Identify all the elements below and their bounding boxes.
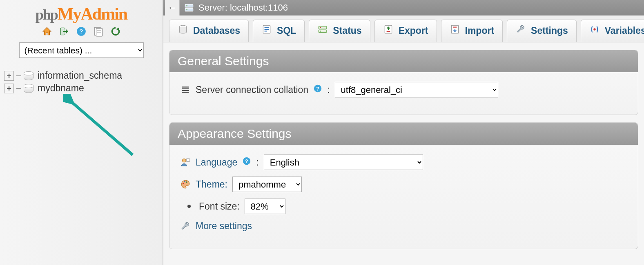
sql-query-icon[interactable] bbox=[93, 26, 104, 39]
svg-text:?: ? bbox=[316, 86, 319, 92]
svg-point-38 bbox=[186, 181, 187, 183]
theme-icon bbox=[180, 179, 191, 190]
svg-rect-11 bbox=[185, 8, 193, 11]
back-button[interactable]: ← bbox=[165, 0, 180, 15]
language-select[interactable]: English bbox=[264, 155, 423, 170]
tab-label: Variables bbox=[605, 25, 644, 36]
appearance-settings-panel: Appearance Settings Language ? : English bbox=[169, 122, 638, 249]
more-settings-link[interactable]: More settings bbox=[196, 221, 252, 232]
sidebar-toolbar: ? bbox=[0, 25, 163, 42]
export-icon bbox=[383, 24, 394, 37]
database-icon bbox=[24, 71, 33, 81]
database-icon bbox=[24, 84, 33, 93]
recent-tables-wrap: (Recent tables) ... bbox=[0, 42, 163, 58]
home-icon[interactable] bbox=[42, 26, 52, 39]
help-icon[interactable]: ? bbox=[242, 157, 251, 168]
font-size-select[interactable]: 82% bbox=[245, 199, 285, 214]
help-icon[interactable]: ? bbox=[313, 84, 322, 95]
recent-tables-select[interactable]: (Recent tables) ... bbox=[19, 42, 144, 58]
tab-settings[interactable]: Settings bbox=[507, 20, 577, 42]
more-settings-row: More settings bbox=[180, 221, 627, 232]
tree-branch-line bbox=[16, 88, 21, 89]
tab-label: Export bbox=[399, 25, 428, 36]
server-breadcrumb-label[interactable]: Server: localhost:1106 bbox=[198, 2, 288, 13]
help-icon[interactable]: ? bbox=[76, 26, 87, 39]
import-icon bbox=[450, 24, 460, 37]
font-size-label: Font size: bbox=[199, 201, 240, 212]
variables-icon bbox=[589, 24, 600, 37]
svg-point-36 bbox=[183, 183, 184, 184]
status-icon bbox=[317, 24, 328, 37]
svg-marker-8 bbox=[116, 27, 119, 31]
svg-point-12 bbox=[186, 5, 187, 7]
svg-rect-20 bbox=[319, 30, 327, 33]
svg-text:?: ? bbox=[79, 28, 83, 35]
general-settings-heading: General Settings bbox=[169, 50, 638, 72]
font-size-row: Font size: 82% bbox=[180, 199, 627, 214]
phpmyadmin-logo[interactable]: phpMyAdmin bbox=[0, 0, 163, 25]
database-label: mydbname bbox=[36, 83, 84, 94]
colon: : bbox=[327, 84, 330, 95]
refresh-icon[interactable] bbox=[110, 26, 121, 39]
server-icon bbox=[184, 2, 194, 13]
logo-part-my: My bbox=[58, 4, 81, 23]
svg-marker-0 bbox=[43, 27, 51, 35]
theme-select[interactable]: pmahomme bbox=[232, 177, 302, 192]
main-tabs: Databases SQL Status Export Import Setti… bbox=[163, 15, 644, 42]
tree-branch-line bbox=[16, 75, 21, 76]
tab-import[interactable]: Import bbox=[441, 20, 503, 42]
svg-point-32 bbox=[182, 159, 186, 162]
collation-row: Server connection collation ? : utf8_gen… bbox=[180, 82, 627, 97]
tab-label: Databases bbox=[193, 25, 240, 36]
database-label: information_schema bbox=[36, 70, 122, 81]
database-tree: + information_schema + mydbname bbox=[0, 66, 163, 95]
language-icon bbox=[180, 157, 191, 168]
wrench-icon bbox=[515, 24, 526, 37]
collation-select[interactable]: utf8_general_ci bbox=[335, 82, 498, 97]
annotation-arrow-icon bbox=[63, 94, 145, 163]
logo-part-php: php bbox=[36, 7, 58, 23]
general-settings-panel: General Settings Server connection colla… bbox=[169, 50, 638, 115]
wrench-icon bbox=[180, 221, 191, 232]
tab-label: Import bbox=[465, 25, 495, 36]
svg-point-37 bbox=[184, 181, 185, 182]
tree-row-mydbname[interactable]: + mydbname bbox=[4, 82, 160, 95]
tab-label: Settings bbox=[531, 25, 568, 36]
svg-rect-10 bbox=[185, 4, 193, 7]
main-panel: ← Server: localhost:1106 Databases SQL S… bbox=[163, 0, 644, 265]
svg-point-22 bbox=[320, 31, 321, 32]
svg-point-21 bbox=[320, 27, 321, 28]
tab-export[interactable]: Export bbox=[374, 20, 437, 42]
svg-text:?: ? bbox=[245, 159, 248, 164]
tab-databases[interactable]: Databases bbox=[169, 20, 249, 42]
tree-row-information-schema[interactable]: + information_schema bbox=[4, 69, 160, 82]
colon: : bbox=[256, 157, 258, 168]
tab-label: Status bbox=[333, 25, 361, 36]
svg-rect-19 bbox=[319, 26, 327, 29]
tab-sql[interactable]: SQL bbox=[253, 20, 305, 42]
svg-rect-33 bbox=[186, 159, 190, 161]
sidebar: phpMyAdmin ? (Recent tables) ... + infor… bbox=[0, 0, 163, 265]
theme-label[interactable]: Theme: bbox=[196, 179, 227, 190]
language-row: Language ? : English bbox=[180, 155, 627, 170]
logo-part-admin: Admin bbox=[81, 4, 127, 23]
tab-variables[interactable]: Variables bbox=[581, 20, 644, 42]
language-label[interactable]: Language bbox=[196, 157, 237, 168]
sql-icon bbox=[261, 24, 272, 37]
server-breadcrumb-bar: ← Server: localhost:1106 bbox=[163, 0, 644, 15]
bullet-icon bbox=[187, 205, 191, 208]
theme-row: Theme: pmahomme bbox=[180, 177, 627, 192]
svg-line-9 bbox=[71, 102, 133, 155]
collation-icon bbox=[180, 84, 191, 95]
tab-label: SQL bbox=[277, 25, 296, 36]
expand-icon[interactable]: + bbox=[4, 84, 14, 93]
svg-point-25 bbox=[593, 28, 595, 30]
tab-status[interactable]: Status bbox=[309, 20, 370, 42]
logout-icon[interactable] bbox=[59, 26, 69, 39]
database-icon bbox=[178, 24, 188, 37]
appearance-settings-heading: Appearance Settings bbox=[169, 123, 638, 145]
expand-icon[interactable]: + bbox=[4, 71, 14, 81]
svg-point-13 bbox=[186, 9, 187, 11]
collation-label: Server connection collation bbox=[196, 84, 308, 95]
